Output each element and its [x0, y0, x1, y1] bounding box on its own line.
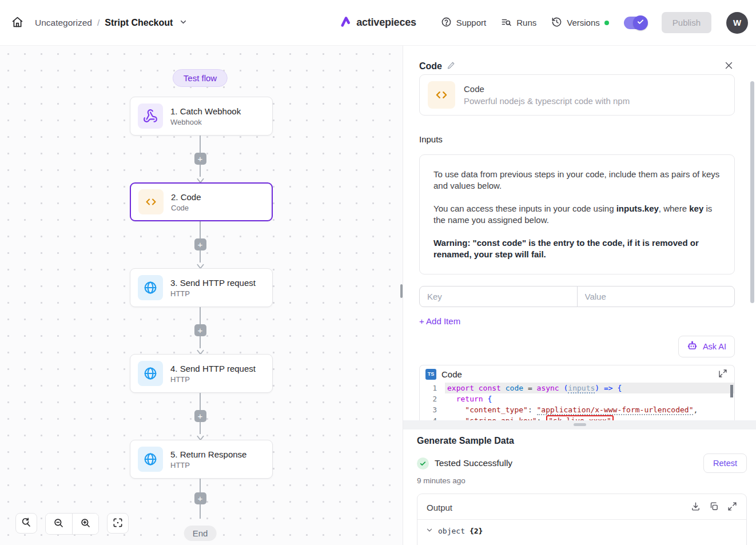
expand-output-button[interactable] [727, 502, 737, 513]
flow-end-pill: End [184, 526, 217, 541]
code-editor-content[interactable]: 1export const code = async (inputs) => {… [420, 383, 734, 420]
test-flow-button[interactable]: Test flow [173, 69, 228, 87]
piece-name: Code [464, 84, 630, 94]
fit-view-icon [112, 517, 124, 530]
inputs-info-box: To use data from previous steps in your … [419, 154, 735, 275]
test-step-section: Generate Sample Data Tested Successfully… [403, 429, 756, 545]
input-pair-row [419, 286, 735, 307]
logo-text: activepieces [356, 17, 416, 29]
step-settings-scroll-area[interactable]: Code Code Powerful no [403, 46, 756, 420]
collapse-object-button[interactable] [425, 526, 433, 536]
step-subtitle: Webhook [170, 118, 241, 126]
close-icon [724, 63, 734, 72]
inputs-heading: Inputs [419, 134, 735, 144]
breadcrumb-category[interactable]: Uncategorized [35, 18, 92, 28]
download-icon [691, 502, 701, 513]
runs-icon [501, 17, 512, 29]
flow-menu-button[interactable] [178, 17, 189, 29]
piece-description: Powerful nodejs & typescript code with n… [464, 96, 630, 106]
typescript-badge: TS [425, 369, 436, 380]
retest-button[interactable]: Retest [703, 453, 747, 473]
panel-title: Code [419, 61, 442, 71]
panel-scrollbar[interactable] [750, 81, 754, 303]
flow-step-card[interactable]: 4. Send HTTP requestHTTP [130, 354, 273, 393]
expand-icon [727, 502, 737, 513]
versions-button[interactable]: Versions [551, 17, 600, 29]
info-paragraph: You can access these inputs in your code… [433, 203, 721, 226]
test-timestamp: 9 minutes ago [417, 476, 747, 485]
editor-scrollbar[interactable] [730, 385, 733, 397]
flow-step-card[interactable]: 5. Return ResponseHTTP [130, 440, 273, 479]
globe-icon [138, 275, 163, 300]
breadcrumb-separator: / [97, 18, 100, 28]
test-section-heading: Generate Sample Data [417, 436, 747, 446]
zoom-out-icon [53, 518, 65, 531]
step-title: 4. Send HTTP request [170, 364, 256, 373]
annotated-secret-value: "sk_live_xxxx" [546, 415, 614, 420]
download-output-button[interactable] [691, 502, 701, 513]
expand-editor-button[interactable] [717, 368, 729, 381]
add-step-button[interactable]: + [194, 492, 206, 504]
output-node-count: {2} [469, 527, 483, 535]
pencil-icon [447, 61, 455, 71]
code-piece-icon [428, 81, 455, 109]
help-icon [441, 17, 452, 29]
flow-canvas[interactable]: Test flow 1. Catch WebhookWebhook+2. Cod… [0, 46, 403, 545]
activepieces-logo-icon [340, 15, 352, 30]
draft-status-dot [604, 21, 609, 25]
code-icon [138, 189, 164, 214]
runs-button[interactable]: Runs [501, 17, 536, 29]
step-subtitle: HTTP [170, 375, 256, 384]
panel-resize-handle[interactable] [400, 284, 403, 298]
reset-zoom-button[interactable] [15, 513, 37, 534]
add-step-button[interactable]: + [194, 153, 206, 165]
zoom-out-button[interactable] [46, 514, 72, 534]
versions-label: Versions [567, 18, 600, 27]
check-icon [636, 18, 644, 27]
flow-step-card[interactable]: 2. CodeCode [130, 182, 273, 221]
step-title: 1. Catch Webhook [170, 106, 241, 116]
support-button[interactable]: Support [441, 17, 487, 29]
line-number: 2 [420, 393, 445, 404]
copy-output-button[interactable] [709, 502, 719, 513]
step-title: 3. Send HTTP request [170, 278, 256, 288]
robot-icon [687, 340, 698, 353]
info-paragraph: Warning: "const code" is the entry to th… [433, 237, 721, 260]
code-line: 1export const code = async (inputs) => { [420, 383, 734, 393]
expand-icon [718, 371, 727, 380]
step-title: 2. Code [171, 192, 201, 202]
value-input[interactable] [577, 286, 735, 307]
globe-icon [138, 447, 163, 472]
add-step-button[interactable]: + [194, 238, 206, 250]
home-button[interactable] [8, 13, 27, 33]
test-status-text: Tested Successfully [435, 458, 512, 468]
zoom-in-button[interactable] [72, 514, 98, 534]
fit-view-button[interactable] [107, 513, 129, 534]
user-avatar[interactable]: W [726, 12, 748, 34]
info-paragraph: To use data from previous steps in your … [433, 169, 721, 192]
rename-step-button[interactable] [447, 61, 455, 71]
add-item-button[interactable]: + Add Item [419, 316, 460, 326]
close-panel-button[interactable] [723, 59, 735, 73]
support-label: Support [456, 18, 487, 27]
ask-ai-button[interactable]: Ask AI [678, 336, 735, 357]
breadcrumb-flow-name[interactable]: Stript Checkout [105, 18, 173, 28]
flow-step-card[interactable]: 3. Send HTTP requestHTTP [130, 268, 273, 307]
publish-button[interactable]: Publish [662, 12, 711, 33]
line-number: 1 [420, 383, 445, 393]
activepieces-logo: activepieces [340, 15, 416, 30]
add-step-button[interactable]: + [194, 410, 206, 422]
flow-enabled-toggle[interactable] [624, 17, 647, 29]
history-icon [551, 17, 562, 29]
output-box: Output [417, 494, 747, 545]
ask-ai-label: Ask AI [703, 342, 726, 351]
zoom-in-icon [80, 518, 91, 531]
code-editor-title: Code [441, 369, 462, 379]
reset-zoom-icon [21, 517, 32, 530]
add-step-button[interactable]: + [194, 324, 206, 336]
test-panel-resize-divider[interactable] [403, 420, 756, 429]
chevron-down-icon [179, 18, 188, 28]
code-line: 2 return { [420, 393, 734, 404]
flow-step-card[interactable]: 1. Catch WebhookWebhook [130, 97, 273, 136]
key-input[interactable] [419, 286, 578, 307]
